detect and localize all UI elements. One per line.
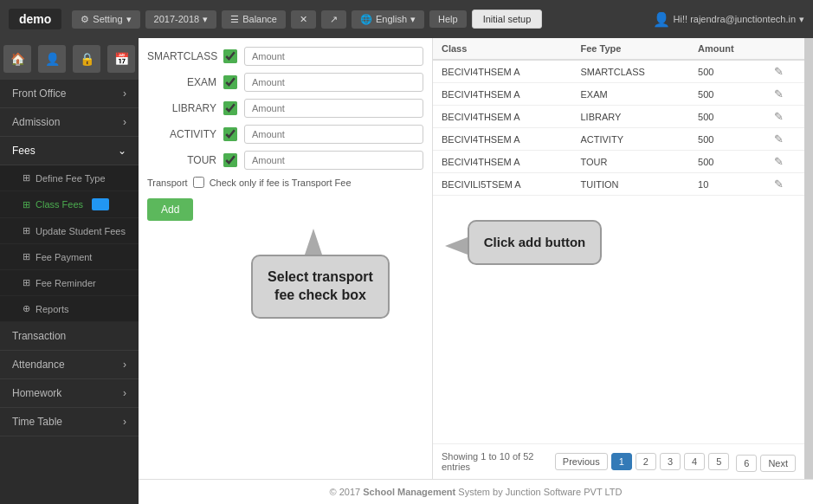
edit-icon[interactable]: ✎ (774, 132, 784, 145)
page-6-button[interactable]: 6 (736, 455, 757, 472)
sidebar-item-update-student-fees[interactable]: ⊞ Update Student Fees (0, 218, 139, 244)
cell-amount: 500 (689, 128, 765, 151)
edit-icon[interactable]: ✎ (774, 87, 784, 100)
table-row: BECIVI4THSEM A LIBRARY 500 ✎ (433, 106, 804, 128)
cell-edit[interactable]: ✎ (765, 83, 804, 106)
fee-amount-smartclass[interactable] (244, 47, 423, 66)
sidebar-item-fee-reminder[interactable]: ⊞ Fee Reminder (0, 270, 139, 296)
transport-checkbox[interactable] (193, 177, 204, 188)
chevron-down-icon: ▾ (203, 14, 208, 25)
cell-fee-type: ACTIVITY (571, 128, 689, 151)
transport-check-label: Check only if fee is Transport Fee (210, 178, 352, 188)
left-panel: SMARTCLASS EXAM LIBRARY (139, 38, 433, 479)
footer-text: © 2017 School Management System by Junct… (330, 487, 623, 497)
pagination-area: Showing 1 to 10 of 52 entries Previous 1… (433, 443, 804, 479)
edit-icon[interactable]: ✎ (774, 65, 784, 78)
sidebar-item-time-table[interactable]: Time Table › (0, 408, 139, 436)
cell-edit[interactable]: ✎ (765, 151, 804, 173)
cell-edit[interactable]: ✎ (765, 128, 804, 151)
balance-icon: ☰ (230, 14, 239, 25)
footer: © 2017 School Management System by Junct… (139, 479, 813, 504)
cell-class: BECIVILI5TSEM A (433, 173, 571, 196)
sidebar-item-define-fee-type[interactable]: ⊞ Define Fee Type (0, 165, 139, 191)
sidebar-item-front-office[interactable]: Front Office › (0, 80, 139, 108)
transport-row: Transport Check only if fee is Transport… (147, 177, 423, 188)
fee-amount-exam[interactable] (244, 73, 423, 92)
fee-checkbox-smartclass[interactable] (223, 49, 237, 63)
sidebar-item-attendance[interactable]: Attendance › (0, 351, 139, 379)
fee-amount-library[interactable] (244, 99, 423, 118)
chevron-right-icon: › (123, 416, 126, 428)
table-row: BECIVI4THSEM A ACTIVITY 500 ✎ (433, 128, 804, 151)
sidebar-item-transaction[interactable]: Transaction (0, 322, 139, 351)
expand-button[interactable]: ✕ (291, 10, 316, 29)
page-4-button[interactable]: 4 (684, 453, 705, 470)
chevron-down-icon: ▾ (126, 14, 132, 25)
chevron-right-icon: › (123, 87, 126, 100)
pointer-button[interactable]: ↗ (321, 10, 346, 29)
sidebar-item-fee-payment[interactable]: ⊞ Fee Payment (0, 244, 139, 270)
fee-label-smartclass: SMARTCLASS (147, 50, 216, 62)
sidebar-item-reports[interactable]: ⊕ Reports (0, 296, 139, 322)
table-row: BECIVI4THSEM A TOUR 500 ✎ (433, 151, 804, 173)
fee-checkbox-tour[interactable] (223, 153, 237, 167)
chevron-right-icon: › (123, 359, 126, 371)
sidebar-item-fees[interactable]: Fees ⌄ (0, 137, 139, 165)
cell-class: BECIVI4THSEM A (433, 60, 571, 83)
fee-type-icon: ⊞ (23, 172, 30, 184)
fee-checkbox-library[interactable] (223, 101, 237, 115)
user-info: 👤 Hi!! rajendra@junctiontech.in ▾ (653, 11, 804, 28)
fee-row-exam: EXAM (147, 73, 423, 92)
sidebar-item-admission[interactable]: Admission › (0, 108, 139, 137)
col-header-class: Class (433, 38, 571, 60)
edit-icon[interactable]: ✎ (774, 110, 784, 123)
fee-checkbox-exam[interactable] (223, 75, 237, 89)
lock-icon-button[interactable]: 🔒 (73, 45, 100, 73)
cell-class: BECIVI4THSEM A (433, 128, 571, 151)
content-area: SMARTCLASS EXAM LIBRARY (139, 38, 813, 479)
fee-checkbox-activity[interactable] (223, 127, 237, 141)
cell-edit[interactable]: ✎ (765, 173, 804, 196)
cell-amount: 500 (689, 106, 765, 128)
page-2-button[interactable]: 2 (636, 453, 656, 470)
scrollbar[interactable] (804, 38, 813, 479)
sidebar-item-homework[interactable]: Homework › (0, 379, 139, 408)
home-icon-button[interactable]: 🏠 (3, 45, 31, 73)
app-logo: demo (9, 9, 61, 29)
fee-amount-tour[interactable] (244, 151, 423, 170)
table-row: BECIVI4THSEM A EXAM 500 ✎ (433, 83, 804, 106)
page-5-button[interactable]: 5 (708, 453, 729, 470)
help-button[interactable]: Help (429, 10, 467, 28)
sidebar-item-class-fees[interactable]: ⊞ Class Fees (0, 191, 139, 218)
balance-button[interactable]: ☰ Balance (222, 10, 286, 29)
year-button[interactable]: 2017-2018 ▾ (145, 10, 217, 29)
cell-fee-type: LIBRARY (571, 106, 689, 128)
cell-edit[interactable]: ✎ (765, 60, 804, 83)
cell-fee-type: TUITION (571, 173, 689, 196)
fee-label-exam: EXAM (147, 76, 216, 88)
cell-fee-type: SMARTCLASS (571, 60, 689, 83)
page-1-button[interactable]: 1 (611, 453, 632, 470)
language-button[interactable]: 🌐 English ▾ (352, 10, 424, 29)
fee-row-activity: ACTIVITY (147, 125, 423, 144)
add-button[interactable]: Add (147, 198, 193, 221)
top-bar: demo ⚙ Setting ▾ 2017-2018 ▾ ☰ Balance ✕… (0, 0, 813, 38)
cell-edit[interactable]: ✎ (765, 106, 804, 128)
page-3-button[interactable]: 3 (660, 453, 681, 470)
fee-row-smartclass: SMARTCLASS (147, 47, 423, 66)
col-header-fee-type: Fee Type (571, 38, 689, 60)
fee-amount-activity[interactable] (244, 125, 423, 144)
person-icon-button[interactable]: 👤 (38, 45, 66, 73)
setting-button[interactable]: ⚙ Setting ▾ (72, 10, 139, 29)
col-header-action (765, 38, 804, 60)
fees-table: Class Fee Type Amount BECIVI4THSEM A SMA… (433, 38, 804, 196)
next-button[interactable]: Next (760, 455, 796, 472)
edit-icon[interactable]: ✎ (774, 155, 784, 168)
initial-setup-button[interactable]: Initial setup (472, 10, 543, 29)
calendar-icon-button[interactable]: 📅 (107, 45, 135, 73)
edit-icon[interactable]: ✎ (774, 178, 784, 191)
previous-button[interactable]: Previous (555, 453, 608, 470)
update-fees-icon: ⊞ (23, 225, 30, 236)
cell-fee-type: EXAM (571, 83, 689, 106)
add-button-area: Add (147, 195, 423, 224)
